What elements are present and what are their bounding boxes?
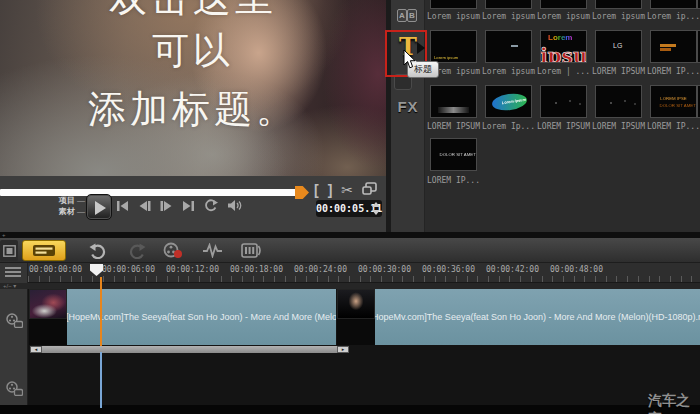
timeline-clip-1[interactable]: [HopeMv.com]The Seeya(feat Son Ho Joon) …: [29, 289, 336, 345]
redo-button[interactable]: [127, 240, 147, 261]
title-template-thumbnail[interactable]: LG: [595, 30, 642, 63]
trim-buttons: [ ] ✂: [314, 182, 377, 198]
clip-mode-label[interactable]: 素材: [59, 207, 75, 216]
clip-2-thumbnail: [337, 289, 375, 319]
title-template-thumbnail[interactable]: [540, 85, 587, 118]
clip-2-body: [HopeMv.com]The Seeya(feat Son Ho Joon) …: [375, 289, 700, 345]
volume-icon[interactable]: [227, 199, 243, 212]
bottom-strip: [0, 405, 700, 414]
title-template-thumbnail[interactable]: [540, 0, 587, 9]
playhead-line-orange: [100, 277, 102, 346]
go-to-start-icon[interactable]: [116, 200, 129, 212]
title-template-thumbnail[interactable]: [650, 0, 697, 9]
thumbnail-sample-text: ipsum: [540, 44, 587, 63]
timecode-spinner[interactable]: [371, 201, 379, 216]
preview-title-line-1: 双击这里: [0, 0, 386, 24]
mark-in-button[interactable]: [: [314, 182, 319, 198]
next-frame-icon[interactable]: [160, 200, 173, 212]
title-template-thumbnail[interactable]: DOLOR SIT AMET: [430, 138, 477, 171]
selected-category-notch: [417, 42, 425, 54]
ruler-timecode-label: 00:00:30:00: [358, 265, 411, 274]
go-to-end-icon[interactable]: [182, 200, 195, 212]
title-template-label: Lorem ipsum: [481, 12, 536, 21]
thumbnail-sample-text: DOLOR SIT AMET: [660, 103, 688, 107]
thumbnail-sample-text: DOLOR SIT AMET: [440, 152, 468, 156]
ruler-timecode-label: 00:00:24:00: [294, 265, 347, 274]
title-template-thumbnail[interactable]: [485, 30, 532, 63]
repeat-icon[interactable]: [204, 199, 218, 212]
title-template-label: LOREM IP...: [646, 67, 700, 76]
thumbnail-sample-text: LOREM IPSE: [660, 96, 688, 100]
title-template-label: Lorem Ip...: [481, 122, 536, 131]
clip-2-filename: [HopeMv.com]The Seeya(feat Son Ho Joon) …: [375, 289, 700, 345]
track-header-column: [0, 289, 28, 405]
sidebar-item-transitions[interactable]: A B: [397, 9, 417, 22]
ruler-timecode-label: 00:00:48:00: [550, 265, 603, 274]
seek-handle[interactable]: [295, 186, 309, 199]
timeline-view-button[interactable]: [22, 240, 66, 261]
timeline-clip-2[interactable]: [HopeMv.com]The Seeya(feat Son Ho Joon) …: [337, 289, 700, 345]
play-icon: [95, 201, 106, 215]
undo-button[interactable]: [88, 240, 108, 261]
title-template-thumbnail[interactable]: LOREM IPSEDOLOR SIT AMET: [650, 85, 697, 118]
trim-left-arrow[interactable]: ◂: [30, 346, 42, 353]
title-template-label: Lorem | ...: [536, 67, 591, 76]
storyboard-view-button[interactable]: [0, 240, 18, 261]
timeline-tracks: [HopeMv.com]The Seeya(feat Son Ho Joon) …: [0, 289, 700, 405]
title-template-gallery: Lorem ipsumLorem ipsumLorem ipsumLorem i…: [425, 0, 700, 232]
previous-frame-icon[interactable]: [138, 200, 151, 212]
clip-trim-scrollbar[interactable]: ◂ ▸: [30, 346, 349, 353]
play-button[interactable]: [86, 194, 112, 220]
title-template-label: Lorem ipsum: [426, 12, 481, 21]
title-template-label: LOREM IPSUM: [536, 122, 591, 131]
track-manager-icon[interactable]: [0, 263, 28, 283]
title-template-label: LOREM IP...: [426, 176, 481, 185]
record-capture-button[interactable]: [162, 240, 184, 261]
ruler-timecode-label: 00:00:12:00: [166, 265, 219, 274]
title-template-thumbnail[interactable]: [485, 0, 532, 9]
thumbnail-sample-text: Lorem: [548, 33, 572, 42]
title-template-label: LOREM IPSUM: [591, 67, 646, 76]
mark-out-button[interactable]: ]: [328, 182, 333, 198]
title-template-label: LOREM IP...: [646, 122, 700, 131]
video-track-1-icon[interactable]: [6, 313, 23, 332]
title-template-label: LOREM IPSUM: [426, 122, 481, 131]
thumbnail-sample-text: Lorem Ipsum: [491, 92, 528, 113]
seek-bar[interactable]: [0, 189, 297, 196]
playhead-line-blue: [100, 352, 102, 408]
thumbnail-sample-text: LG: [613, 42, 622, 49]
preview-viewer[interactable]: 双击这里 可以 添加标题。: [0, 0, 386, 176]
title-template-label: LOREM IPSUM: [591, 122, 646, 131]
ruler-timecode-label: 00:00:36:00: [422, 265, 475, 274]
clip-1-thumbnail: [29, 289, 67, 319]
preview-title-line-2: 可以: [0, 26, 386, 76]
library-sidebar: A B T FX: [391, 0, 425, 232]
sidebar-item-filters[interactable]: FX: [396, 98, 420, 115]
ruler-timecode-label: 00:00:06:00: [102, 265, 155, 274]
sound-wave-button[interactable]: [202, 240, 224, 261]
title-template-thumbnail[interactable]: [430, 85, 477, 118]
clip-1-body: [HopeMv.com]The Seeya(feat Son Ho Joon) …: [67, 289, 336, 345]
timeline-toolbar: [0, 238, 700, 263]
title-template-thumbnail[interactable]: [650, 30, 697, 63]
split-clip-icon[interactable]: ✂: [341, 182, 353, 198]
timeline-ruler[interactable]: 00:00:00:0000:00:06:0000:00:12:0000:00:1…: [0, 263, 700, 283]
playback-mode-labels: 项目 — 素材 —: [57, 195, 85, 217]
transition-letter-b: B: [407, 9, 417, 22]
title-template-thumbnail[interactable]: [595, 0, 642, 9]
title-template-thumbnail[interactable]: Lorem ipsum: [430, 30, 477, 63]
trim-right-arrow[interactable]: ▸: [337, 346, 349, 353]
video-track-2-icon[interactable]: [6, 381, 23, 400]
ruler-ticks: [28, 276, 700, 282]
sound-mixer-button[interactable]: [239, 240, 263, 261]
title-template-thumbnail[interactable]: Lorem Ipsum: [485, 85, 532, 118]
title-template-thumbnail[interactable]: [430, 0, 477, 9]
title-template-thumbnail[interactable]: [595, 85, 642, 118]
title-template-thumbnail[interactable]: ipsumLorem: [540, 30, 587, 63]
thumbnail-sample-text: Lorem ipsum: [434, 56, 458, 60]
project-mode-label[interactable]: 项目: [59, 196, 75, 205]
title-tooltip: 标题: [407, 61, 439, 78]
enlarge-preview-icon[interactable]: [362, 182, 377, 198]
clip-1-filename: [HopeMv.com]The Seeya(feat Son Ho Joon) …: [67, 289, 336, 345]
preview-title-line-3: 添加标题。: [0, 84, 386, 135]
